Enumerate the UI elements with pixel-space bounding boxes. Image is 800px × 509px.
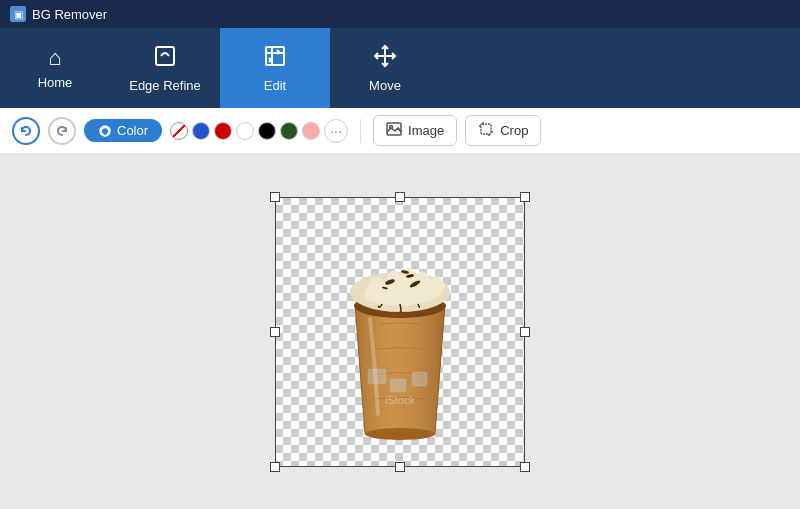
svg-rect-0 [156,47,174,65]
swatch-pink[interactable] [302,122,320,140]
image-icon [386,121,402,140]
crop-handle-br[interactable] [520,462,530,472]
titlebar: ▣ BG Remover [0,0,800,28]
more-colors-button[interactable]: ··· [324,119,348,143]
swatch-red[interactable] [214,122,232,140]
toolbar-divider [360,119,361,143]
crop-button-label: Crop [500,123,528,138]
svg-rect-5 [481,124,491,134]
color-button[interactable]: Color [84,119,162,142]
app-title: BG Remover [32,7,107,22]
crop-handle-bl[interactable] [270,462,280,472]
move-icon [373,44,397,72]
image-button[interactable]: Image [373,115,457,146]
swatch-blue[interactable] [192,122,210,140]
nav-edge-refine-label: Edge Refine [129,78,201,93]
edge-refine-icon [153,44,177,72]
image-button-label: Image [408,123,444,138]
swatch-black[interactable] [258,122,276,140]
canvas-area: iStock [0,154,800,509]
crop-icon [478,121,494,140]
swatch-darkgreen[interactable] [280,122,298,140]
crop-container: iStock [275,197,525,467]
crop-handle-tl[interactable] [270,192,280,202]
edit-icon [263,44,287,72]
swatch-white[interactable] [236,122,254,140]
swatch-transparent[interactable] [170,122,188,140]
crop-button[interactable]: Crop [465,115,541,146]
toolbar: Color ··· Image Crop [0,108,800,154]
app-icon: ▣ [10,6,26,22]
color-button-label: Color [117,123,148,138]
swatch-row: ··· [170,119,348,143]
crop-handle-ml[interactable] [270,327,280,337]
undo-button[interactable] [12,117,40,145]
nav-move-label: Move [369,78,401,93]
nav-home-label: Home [38,75,73,90]
redo-button[interactable] [48,117,76,145]
svg-rect-1 [266,47,284,65]
nav-edit[interactable]: Edit [220,28,330,108]
crop-handle-tr[interactable] [520,192,530,202]
crop-handle-tm[interactable] [395,192,405,202]
nav-move[interactable]: Move [330,28,440,108]
nav-edit-label: Edit [264,78,286,93]
navbar: ⌂ Home Edge Refine Edit Move [0,28,800,108]
nav-edge-refine[interactable]: Edge Refine [110,28,220,108]
crop-handle-mr[interactable] [520,327,530,337]
home-icon: ⌂ [48,47,61,69]
crop-handle-bm[interactable] [395,462,405,472]
nav-home[interactable]: ⌂ Home [0,28,110,108]
crop-border [275,197,525,467]
